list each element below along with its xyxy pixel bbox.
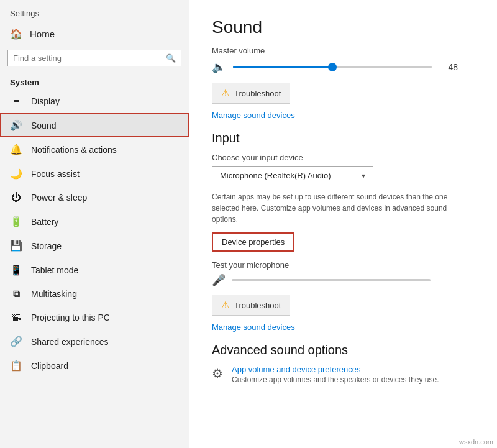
search-icon: 🔍 [166,53,176,63]
sidebar-item-label: Storage [31,241,62,251]
microphone-icon: 🎤 [212,273,226,287]
watermark: wsxdn.com [459,438,493,446]
manage-sound-link[interactable]: Manage sound devices [212,111,295,120]
input-info-text: Certain apps may be set up to use differ… [212,191,475,225]
tablet-icon: 📱 [10,264,22,276]
main-content: Sound Master volume 🔈 48 ⚠ Troubleshoot … [189,0,497,448]
sound-icon: 🔊 [10,119,22,131]
power-icon: ⏻ [10,192,22,203]
focus-icon: 🌙 [10,168,22,180]
mic-level-track [232,279,431,281]
troubleshoot-label: Troubleshoot [234,89,281,98]
volume-slider[interactable] [233,66,432,68]
sidebar-item-shared[interactable]: 🔗 Shared experiences [0,329,189,354]
input-device-label: Choose your input device [212,153,475,162]
search-input[interactable] [13,53,166,63]
input-device-row: Choose your input device Microphone (Rea… [212,153,475,185]
warning-icon-2: ⚠ [221,299,229,311]
clipboard-icon: 📋 [10,360,22,372]
sidebar-item-display[interactable]: 🖥 Display [0,89,189,113]
advanced-title: Advanced sound options [212,343,475,357]
battery-icon: 🔋 [10,216,22,227]
sidebar: Settings 🏠 Home 🔍 System 🖥 Display 🔊 Sou… [0,0,189,448]
troubleshoot-label-2: Troubleshoot [234,301,281,310]
sidebar-item-sound[interactable]: 🔊 Sound [0,113,189,137]
sidebar-item-battery[interactable]: 🔋 Battery [0,209,189,234]
troubleshoot-button[interactable]: ⚠ Troubleshoot [212,83,290,104]
home-label: Home [30,29,55,39]
sidebar-item-power[interactable]: ⏻ Power & sleep [0,186,189,209]
page-title: Sound [212,17,475,37]
search-box[interactable]: 🔍 [7,50,181,66]
master-volume-label: Master volume [212,46,475,55]
settings-title: Settings [0,0,189,22]
sidebar-item-focus[interactable]: 🌙 Focus assist [0,162,189,186]
sidebar-item-label: Projecting to this PC [31,313,110,322]
sidebar-item-label: Tablet mode [31,265,78,275]
manage-sound-link-2[interactable]: Manage sound devices [212,322,295,332]
sidebar-item-label: Power & sleep [31,193,87,203]
sidebar-item-clipboard[interactable]: 📋 Clipboard [0,354,189,378]
sidebar-item-tablet[interactable]: 📱 Tablet mode [0,258,189,282]
advanced-item-desc: Customize app volumes and the speakers o… [232,375,439,384]
advanced-item-link[interactable]: App volume and device preferences [232,365,439,374]
sidebar-item-storage[interactable]: 💾 Storage [0,234,189,258]
advanced-item: ⚙ App volume and device preferences Cust… [212,365,475,384]
home-icon: 🏠 [10,28,22,40]
projecting-icon: 📽 [10,312,22,323]
sidebar-item-multitasking[interactable]: ⧉ Multitasking [0,282,189,306]
sidebar-item-notifications[interactable]: 🔔 Notifications & actions [0,137,189,162]
sidebar-item-label: Clipboard [31,361,68,371]
troubleshoot-button-2[interactable]: ⚠ Troubleshoot [212,295,290,316]
advanced-item-text: App volume and device preferences Custom… [232,365,439,384]
notifications-icon: 🔔 [10,144,22,155]
input-section-title: Input [212,131,475,145]
multitasking-icon: ⧉ [10,288,22,299]
sidebar-item-projecting[interactable]: 📽 Projecting to this PC [0,306,189,329]
display-icon: 🖥 [10,96,22,107]
sidebar-item-label: Sound [31,121,56,130]
sidebar-item-label: Shared experiences [31,337,109,347]
test-mic-label: Test your microphone [212,260,475,270]
volume-row: 🔈 48 [212,60,475,74]
mic-row: 🎤 [212,273,475,287]
advanced-item-icon: ⚙ [212,366,223,381]
chevron-down-icon: ▾ [362,171,365,180]
warning-icon: ⚠ [221,88,229,99]
volume-icon: 🔈 [212,60,226,74]
volume-value: 48 [439,62,458,72]
sidebar-item-label: Multitasking [31,289,77,299]
input-device-dropdown[interactable]: Microphone (Realtek(R) Audio) ▾ [212,166,373,185]
storage-icon: 💾 [10,240,22,252]
system-section-label: System [0,73,189,89]
home-nav-item[interactable]: 🏠 Home [0,22,189,46]
sidebar-item-label: Focus assist [31,169,80,179]
sidebar-item-label: Notifications & actions [31,145,117,155]
volume-thumb[interactable] [328,63,337,71]
sidebar-item-label: Display [31,96,60,106]
volume-fill [233,66,332,68]
shared-icon: 🔗 [10,336,22,347]
device-properties-button[interactable]: Device properties [212,232,294,252]
sidebar-item-label: Battery [31,217,58,227]
input-device-value: Microphone (Realtek(R) Audio) [220,171,331,180]
